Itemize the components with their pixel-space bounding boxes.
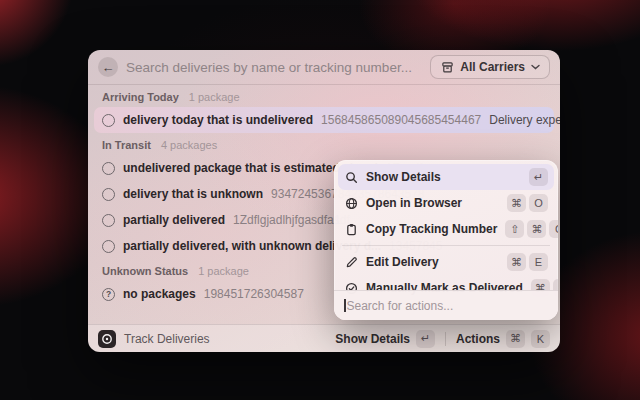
section-count: 1 package	[198, 265, 249, 277]
section-count: 4 packages	[161, 139, 217, 151]
return-key-icon: ↵	[416, 330, 435, 348]
progress-circle-icon	[102, 188, 115, 201]
launcher-window: ← All Carriers Arriving Today 1 package	[88, 50, 560, 352]
globe-icon	[344, 196, 358, 210]
menu-item-label: Edit Delivery	[366, 255, 439, 269]
desktop-wallpaper: ← All Carriers Arriving Today 1 package	[0, 0, 640, 400]
search-bar: ← All Carriers	[88, 50, 560, 84]
menu-item-copy-tracking-number[interactable]: Copy Tracking Number ⇧ ⌘ C	[338, 216, 554, 242]
command-key-icon: ⌘	[507, 253, 526, 271]
extension-icon	[98, 330, 116, 348]
show-details-action[interactable]: Show Details	[335, 332, 410, 346]
section-title: Unknown Status	[102, 265, 188, 277]
progress-circle-icon	[102, 114, 115, 127]
progress-circle-icon	[102, 240, 115, 253]
delivery-title: no packages	[123, 287, 196, 301]
tracking-number: 1Zdflgjadlhjfgasdfasdf	[233, 213, 350, 227]
section-title: In Transit	[102, 139, 151, 151]
shift-key-icon: ⇧	[505, 220, 524, 238]
k-key-icon: K	[531, 330, 550, 348]
action-bar-divider	[445, 332, 446, 346]
action-bar: Track Deliveries Show Details ↵ Actions …	[88, 324, 560, 352]
pencil-icon	[344, 255, 358, 269]
question-circle-icon: ?	[102, 288, 115, 301]
command-key-icon: ⌘	[507, 194, 526, 212]
chevron-down-icon	[531, 64, 540, 70]
back-button[interactable]: ←	[98, 57, 118, 77]
clipboard-icon	[344, 222, 358, 236]
carrier-filter-label: All Carriers	[460, 60, 525, 74]
command-key-icon: ⌘	[527, 220, 546, 238]
command-key-icon: ⌘	[506, 330, 525, 348]
section-count: 1 package	[189, 91, 240, 103]
progress-circle-icon	[102, 162, 115, 175]
e-key-icon: E	[529, 253, 548, 271]
delivery-title: delivery today that is undelivered	[123, 113, 313, 127]
menu-item-show-details[interactable]: Show Details ↵	[338, 164, 554, 190]
menu-item-label: Show Details	[366, 170, 441, 184]
magnifier-icon	[344, 170, 358, 184]
delivery-title: delivery that is unknown	[123, 187, 263, 201]
app-name: Track Deliveries	[124, 332, 210, 346]
menu-item-edit-delivery[interactable]: Edit Delivery ⌘ E	[338, 249, 554, 275]
search-input[interactable]	[126, 60, 422, 75]
actions-search-input[interactable]	[347, 299, 549, 313]
actions-menu-button[interactable]: Actions	[456, 332, 500, 346]
actions-context-menu: Show Details ↵ Open in Browser ⌘ O Copy …	[334, 160, 558, 320]
delivery-eta-text: Delivery expected today	[489, 113, 560, 127]
menu-item-label: Copy Tracking Number	[366, 222, 497, 236]
delivery-title: partially delivered	[123, 213, 225, 227]
progress-circle-icon	[102, 214, 115, 227]
carrier-filter-dropdown[interactable]: All Carriers	[430, 55, 550, 79]
section-header-in-transit: In Transit 4 packages	[94, 139, 554, 155]
delivery-row-arriving[interactable]: delivery today that is undelivered 15684…	[94, 107, 554, 133]
menu-search-footer	[334, 290, 558, 320]
c-key-icon: C	[549, 220, 558, 238]
tracking-number: 198451726304587	[204, 287, 304, 301]
section-header-arriving-today: Arriving Today 1 package	[94, 91, 554, 107]
o-key-icon: O	[529, 194, 548, 212]
menu-item-open-in-browser[interactable]: Open in Browser ⌘ O	[338, 190, 554, 216]
back-arrow-icon: ←	[102, 61, 115, 74]
section-title: Arriving Today	[102, 91, 179, 103]
menu-item-label: Open in Browser	[366, 196, 462, 210]
tracking-number: 156845865089045685454467	[321, 113, 481, 127]
menu-separator	[342, 245, 550, 246]
package-box-icon	[440, 60, 454, 74]
text-caret	[344, 299, 346, 312]
return-key-icon: ↵	[529, 168, 548, 186]
